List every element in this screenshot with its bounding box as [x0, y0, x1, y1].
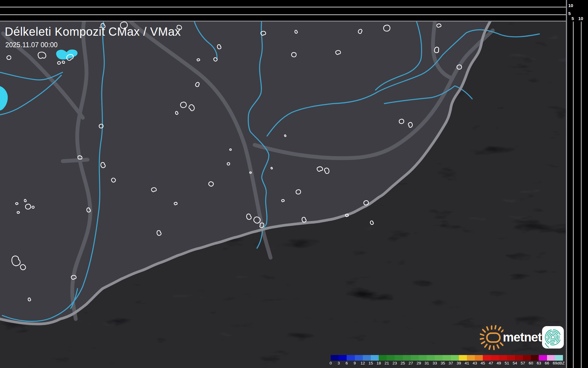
basemap	[0, 22, 566, 368]
colorbar-tick: 23	[393, 361, 397, 366]
colorbar-segment	[347, 355, 355, 361]
colorbar-tick: 25	[401, 361, 405, 366]
colorbar-segment	[499, 355, 507, 361]
top-panel-gridline-10km	[0, 7, 566, 7]
colorbar-tick: 51	[505, 361, 509, 366]
colorbar-tick: 9	[354, 361, 356, 366]
colorbar-segment	[459, 355, 467, 361]
colorbar-segment	[395, 355, 403, 361]
colorbar-segment	[331, 355, 339, 361]
colorbar-tick: 54	[513, 361, 517, 366]
colorbar-tick: 63	[537, 361, 541, 366]
colorbar-segment	[515, 355, 523, 361]
right-panel-gridline-5km	[573, 22, 574, 368]
colorbar-tick: 31	[425, 361, 429, 366]
colorbar-tick: 60	[529, 361, 533, 366]
colorbar-tick: 45	[481, 361, 485, 366]
colorbar-tick: 37	[449, 361, 453, 366]
colorbar-segment	[419, 355, 427, 361]
colorbar-segments	[331, 355, 563, 361]
colorbar-segment	[539, 355, 547, 361]
colorbar-tick: 43	[473, 361, 477, 366]
colorbar-segment	[411, 355, 419, 361]
colorbar-segment	[475, 355, 483, 361]
sun-icon	[480, 324, 503, 351]
colorbar-tick: 47	[489, 361, 493, 366]
cyclone-app-icon	[542, 326, 565, 350]
colorbar-tick: 29	[416, 361, 421, 366]
colorbar-tick: 41	[465, 361, 469, 366]
colorbar-tick: 69	[553, 361, 557, 366]
colorbar-segment	[355, 355, 363, 361]
colorbar-tick: 49	[497, 361, 501, 366]
metnet-wordmark: metnet	[503, 330, 542, 344]
dbz-unit-label: dBZ	[557, 361, 565, 366]
colorbar-segment	[523, 355, 531, 361]
colorbar-segment	[379, 355, 387, 361]
colorbar-tick: 35	[441, 361, 445, 366]
colorbar-segment	[483, 355, 491, 361]
colorbar-segment	[443, 355, 451, 361]
top-panel-axis-label: 5	[568, 11, 571, 16]
colorbar-segment	[547, 355, 555, 361]
colorbar-tick: 27	[409, 361, 413, 366]
colorbar-tick: 66	[545, 361, 549, 366]
colorbar-tick: 6	[346, 361, 348, 366]
colorbar-tick: 18	[377, 361, 381, 366]
map-frame-right	[566, 0, 567, 368]
colorbar-tick: 15	[368, 361, 373, 366]
colorbar-segment	[555, 355, 563, 361]
colorbar-segment	[403, 355, 411, 361]
top-panel-axis-label: 10	[568, 3, 573, 8]
right-panel-axis-label: 5	[571, 16, 574, 21]
colorbar-segment	[371, 355, 379, 361]
colorbar-segment	[507, 355, 515, 361]
colorbar-segment	[363, 355, 371, 361]
colorbar-tick: 0	[330, 361, 332, 366]
timestamp: 2025.11.07 00:00	[5, 41, 57, 49]
colorbar-segment	[451, 355, 459, 361]
colorbar-tick: 12	[360, 361, 365, 366]
colorbar-segment	[435, 355, 443, 361]
colorbar-tick: 21	[385, 361, 389, 366]
colorbar-tick: 39	[457, 361, 461, 366]
top-panel-gridline-5km	[0, 14, 566, 15]
colorbar-segment	[467, 355, 475, 361]
colorbar-segment	[387, 355, 395, 361]
right-panel-gridline-10km	[581, 22, 582, 368]
colorbar-segment	[427, 355, 435, 361]
colorbar-segment	[491, 355, 499, 361]
radar-map: Délkeleti Kompozit CMax / VMax 2025.11.0…	[0, 22, 566, 368]
colorbar-tick: 57	[521, 361, 525, 366]
colorbar-tick: 33	[433, 361, 437, 366]
colorbar-segment	[531, 355, 539, 361]
radar-viewer: 10 5 5 10	[0, 0, 588, 368]
page-title: Délkeleti Kompozit CMax / VMax	[5, 25, 181, 38]
colorbar-segment	[339, 355, 347, 361]
right-panel-axis-label: 10	[578, 16, 583, 21]
reflectivity-colorbar: 0369121518212325272931333537394143454749…	[331, 355, 563, 367]
metnet-logo: metnet	[480, 322, 566, 351]
colorbar-tick: 3	[337, 361, 340, 366]
